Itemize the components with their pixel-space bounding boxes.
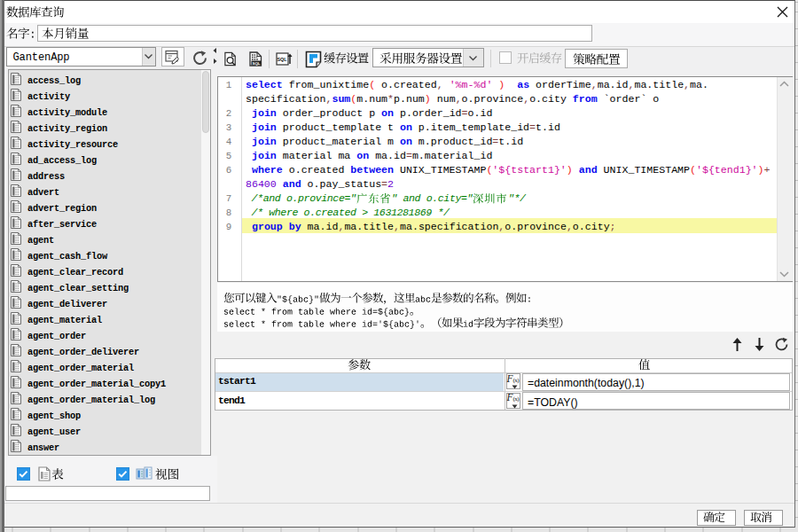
svg-text:SQL: SQL: [252, 61, 260, 66]
svg-text:SQL: SQL: [277, 57, 287, 62]
